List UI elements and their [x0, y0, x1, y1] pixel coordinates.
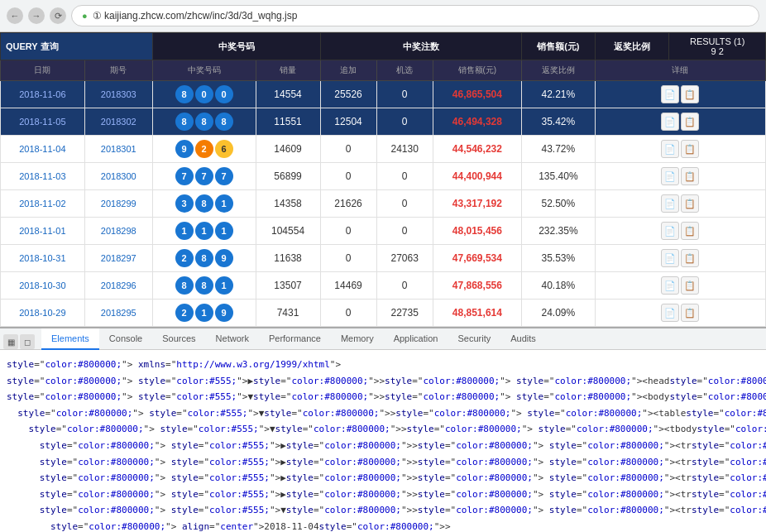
action-btn-1[interactable]: 📄: [661, 140, 679, 158]
cell-ratio: 35.42%: [522, 108, 596, 136]
cell-ratio: 35.53%: [522, 245, 596, 272]
back-button[interactable]: ←: [7, 7, 23, 24]
action-btn-1[interactable]: 📄: [661, 113, 679, 131]
devtools-tab-sources[interactable]: Sources: [152, 328, 205, 350]
badge: 8: [175, 113, 194, 131]
cell-extra2: 0: [376, 81, 433, 108]
cell-amount: 48,851,614: [433, 300, 521, 327]
devtools-tab-memory[interactable]: Memory: [331, 328, 384, 350]
badge: 1: [215, 222, 233, 240]
cell-id: 2018298: [84, 218, 152, 245]
devtools-tab-application[interactable]: Application: [384, 328, 448, 350]
badge: 0: [195, 85, 213, 103]
action-btn-1[interactable]: 📄: [661, 249, 679, 267]
cell-actions: 📄📋: [595, 245, 765, 272]
subheader-machine: 机选: [376, 60, 433, 81]
cell-sales: 56899: [256, 163, 320, 190]
table-row: 2018-11-0520183028881155112504046,494,32…: [1, 108, 766, 136]
cell-amount: 47,669,534: [433, 245, 521, 272]
devtools-tab-console[interactable]: Console: [99, 328, 152, 350]
code-line: style="color:#800000;"> style="color:#55…: [7, 389, 759, 405]
cell-id: 2018296: [84, 272, 152, 300]
cell-amount: 46,865,504: [433, 81, 521, 108]
cell-badges: 888: [152, 108, 256, 136]
cell-amount: 46,494,328: [433, 108, 521, 136]
action-btn-1[interactable]: 📄: [661, 167, 679, 185]
action-btn-2[interactable]: 📋: [681, 85, 699, 103]
action-btn-1[interactable]: 📄: [661, 194, 679, 213]
results-header: RESULTS (1) 9 2: [669, 33, 766, 60]
action-btn-1[interactable]: 📄: [661, 222, 679, 240]
cell-badges: 219: [152, 300, 256, 327]
cell-actions: 📄📋: [595, 190, 765, 218]
cell-id: 2018301: [84, 136, 152, 163]
address-bar[interactable]: ● ① kaijiang.zhcw.com/zhcw/inc/3d/3d_wqh…: [71, 5, 759, 26]
action-btn-2[interactable]: 📋: [681, 276, 699, 295]
cell-ratio: 43.72%: [522, 136, 596, 163]
action-btn-2[interactable]: 📋: [681, 167, 699, 185]
cell-ratio: 40.18%: [522, 272, 596, 300]
forward-button[interactable]: →: [28, 7, 45, 24]
refresh-button[interactable]: ⟳: [50, 7, 66, 24]
devtools-tabs-container: ElementsConsoleSourcesNetworkPerformance…: [41, 328, 546, 349]
cell-badges: 926: [152, 136, 256, 163]
cell-ratio: 232.35%: [522, 218, 596, 245]
query-label: QUERY 查询: [1, 33, 153, 60]
cell-amount: 44,546,232: [433, 136, 521, 163]
cell-extra1: 0: [320, 136, 376, 163]
inspect-icon[interactable]: ▦: [3, 334, 18, 349]
table-row: 2018-10-3120182972891163802706347,669,53…: [1, 245, 766, 272]
action-btn-1[interactable]: 📄: [661, 276, 679, 295]
cell-extra1: 0: [320, 245, 376, 272]
devtools-tab-elements[interactable]: Elements: [41, 328, 99, 350]
badge: 1: [215, 276, 233, 295]
devtools-tab-performance[interactable]: Performance: [259, 328, 331, 350]
badge: 8: [175, 85, 194, 103]
cell-extra1: 0: [320, 300, 376, 327]
cell-badges: 111: [152, 218, 256, 245]
cell-sales: 13507: [256, 272, 320, 300]
cell-extra2: 0: [376, 190, 433, 218]
action-btn-1[interactable]: 📄: [661, 304, 679, 322]
cell-extra2: 27063: [376, 245, 433, 272]
action-btn-2[interactable]: 📋: [681, 140, 699, 158]
badge: 7: [215, 167, 233, 185]
code-line: style="color:#800000;"> style="color:#55…: [7, 454, 759, 471]
cell-sales: 14554: [256, 81, 320, 108]
cell-extra2: 0: [376, 218, 433, 245]
action-btn-2[interactable]: 📋: [681, 194, 699, 213]
cell-ratio: 42.21%: [522, 81, 596, 108]
devtools-content: style="color:#800000;"> xmlns="http://ww…: [0, 350, 766, 532]
cell-actions: 📄📋: [595, 108, 765, 136]
devtools-tab-security[interactable]: Security: [448, 328, 500, 350]
action-btn-2[interactable]: 📋: [681, 222, 699, 240]
cell-amount: 48,015,456: [433, 218, 521, 245]
subheader-detail: 详细: [595, 60, 765, 81]
cell-extra1: 0: [320, 163, 376, 190]
cell-extra1: 0: [320, 218, 376, 245]
cell-sales: 14609: [256, 136, 320, 163]
code-line: style="color:#800000;"> style="color:#55…: [7, 438, 759, 454]
address-text: ① kaijiang.zhcw.com/zhcw/inc/3d/3d_wqhg.…: [93, 10, 298, 22]
cell-amount: 47,868,556: [433, 272, 521, 300]
cell-actions: 📄📋: [595, 300, 765, 327]
code-line: style="color:#800000;"> style="color:#55…: [7, 421, 759, 438]
cell-extra2: 24130: [376, 136, 433, 163]
devtools-tab-audits[interactable]: Audits: [500, 328, 546, 350]
action-btn-1[interactable]: 📄: [661, 85, 679, 103]
table-row: 2018-11-032018300777568990044,400,944135…: [1, 163, 766, 190]
code-line: style="color:#800000;"> style="color:#55…: [7, 405, 759, 422]
action-btn-2[interactable]: 📋: [681, 249, 699, 267]
action-btn-2[interactable]: 📋: [681, 113, 699, 131]
action-btn-2[interactable]: 📋: [681, 304, 699, 322]
code-line: style="color:#800000;"> style="color:#55…: [7, 373, 759, 390]
cell-id: 2018302: [84, 108, 152, 136]
subheader-id: 期号: [84, 60, 152, 81]
mid-award-header: 中奖号码: [152, 33, 320, 60]
devtools-tab-network[interactable]: Network: [206, 328, 259, 350]
device-icon[interactable]: ◻: [20, 334, 35, 349]
cell-badges: 881: [152, 272, 256, 300]
cell-id: 2018303: [84, 81, 152, 108]
cell-date: 2018-10-29: [1, 300, 85, 327]
badge: 0: [215, 85, 233, 103]
